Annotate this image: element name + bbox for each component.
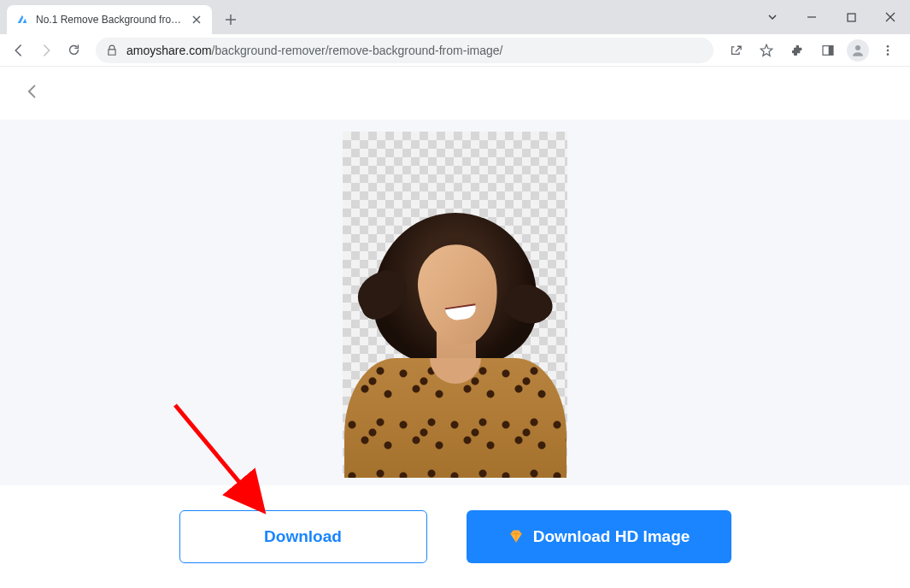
svg-point-3: [855, 45, 860, 50]
svg-rect-2: [829, 45, 833, 55]
download-hd-button[interactable]: Download HD Image: [467, 510, 731, 563]
download-label: Download: [264, 527, 342, 546]
address-bar[interactable]: amoyshare.com/background-remover/remove-…: [96, 38, 713, 63]
svg-point-4: [887, 45, 889, 48]
site-favicon: [15, 13, 29, 26]
reload-button[interactable]: [62, 38, 85, 62]
page-back-button[interactable]: [24, 83, 44, 103]
extensions-icon[interactable]: [785, 38, 809, 62]
result-canvas: [0, 120, 910, 485]
forward-button[interactable]: [34, 38, 58, 62]
action-buttons: Download Download HD Image: [0, 485, 910, 588]
browser-tab-bar: No.1 Remove Background from I: [0, 0, 910, 34]
side-panel-icon[interactable]: [816, 38, 840, 62]
download-hd-label: Download HD Image: [533, 527, 690, 546]
profile-avatar[interactable]: [847, 39, 869, 62]
browser-toolbar: amoyshare.com/background-remover/remove-…: [0, 34, 910, 67]
close-tab-icon[interactable]: [190, 13, 203, 26]
tab-title: No.1 Remove Background from I: [36, 14, 183, 26]
transparent-background: [343, 132, 567, 478]
back-button[interactable]: [7, 38, 31, 62]
browser-tab[interactable]: No.1 Remove Background from I: [7, 5, 212, 34]
svg-rect-0: [848, 14, 855, 21]
download-button[interactable]: Download: [179, 510, 427, 563]
new-tab-button[interactable]: [219, 8, 243, 32]
minimize-button[interactable]: [792, 3, 831, 31]
menu-icon[interactable]: [876, 38, 900, 62]
share-icon[interactable]: [724, 38, 748, 62]
maximize-button[interactable]: [831, 3, 871, 31]
svg-point-5: [887, 49, 889, 51]
page-header: [0, 67, 910, 120]
svg-point-6: [887, 53, 889, 56]
diamond-icon: [508, 528, 525, 545]
tab-search-icon[interactable]: [753, 3, 792, 31]
url-text: amoyshare.com/background-remover/remove-…: [126, 44, 703, 57]
close-window-button[interactable]: [871, 3, 910, 31]
bookmark-icon[interactable]: [754, 38, 778, 62]
lock-icon: [106, 44, 118, 56]
